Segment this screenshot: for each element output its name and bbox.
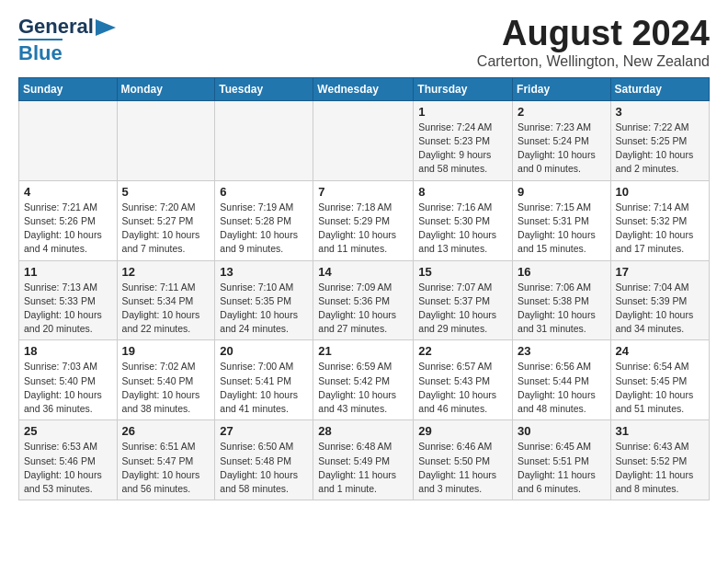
day-info: Sunrise: 7:20 AM Sunset: 5:27 PM Dayligh…: [122, 201, 210, 257]
day-number: 31: [616, 424, 704, 438]
day-info: Sunrise: 6:45 AM Sunset: 5:51 PM Dayligh…: [518, 440, 606, 496]
day-number: 22: [418, 344, 507, 358]
day-number: 1: [418, 105, 507, 119]
page-header: General Blue August 2024 Carterton, Well…: [18, 15, 710, 70]
svg-marker-0: [96, 19, 116, 36]
calendar-week-row: 18Sunrise: 7:03 AM Sunset: 5:40 PM Dayli…: [19, 340, 710, 420]
day-info: Sunrise: 7:18 AM Sunset: 5:29 PM Dayligh…: [318, 201, 408, 257]
calendar-cell: 29Sunrise: 6:46 AM Sunset: 5:50 PM Dayli…: [414, 420, 513, 500]
calendar-cell: [313, 100, 414, 180]
day-number: 9: [518, 185, 606, 199]
calendar-header-tuesday: Tuesday: [215, 77, 313, 100]
day-number: 21: [318, 344, 408, 358]
day-number: 11: [24, 265, 112, 279]
calendar-week-row: 1Sunrise: 7:24 AM Sunset: 5:23 PM Daylig…: [19, 100, 710, 180]
day-info: Sunrise: 7:14 AM Sunset: 5:32 PM Dayligh…: [616, 201, 704, 257]
calendar-cell: 30Sunrise: 6:45 AM Sunset: 5:51 PM Dayli…: [513, 420, 611, 500]
calendar-week-row: 4Sunrise: 7:21 AM Sunset: 5:26 PM Daylig…: [19, 180, 710, 260]
day-info: Sunrise: 6:56 AM Sunset: 5:44 PM Dayligh…: [518, 360, 606, 416]
calendar-cell: 22Sunrise: 6:57 AM Sunset: 5:43 PM Dayli…: [414, 340, 513, 420]
day-info: Sunrise: 7:10 AM Sunset: 5:35 PM Dayligh…: [220, 281, 308, 337]
day-number: 12: [122, 265, 210, 279]
day-info: Sunrise: 7:19 AM Sunset: 5:28 PM Dayligh…: [220, 201, 308, 257]
calendar-cell: 8Sunrise: 7:16 AM Sunset: 5:30 PM Daylig…: [414, 180, 513, 260]
day-info: Sunrise: 7:13 AM Sunset: 5:33 PM Dayligh…: [24, 281, 112, 337]
calendar-cell: 6Sunrise: 7:19 AM Sunset: 5:28 PM Daylig…: [215, 180, 313, 260]
day-number: 18: [24, 344, 112, 358]
calendar-cell: 3Sunrise: 7:22 AM Sunset: 5:25 PM Daylig…: [610, 100, 709, 180]
calendar-header-row: SundayMondayTuesdayWednesdayThursdayFrid…: [19, 77, 710, 100]
page-title: August 2024: [477, 15, 710, 53]
calendar-cell: 9Sunrise: 7:15 AM Sunset: 5:31 PM Daylig…: [513, 180, 611, 260]
day-info: Sunrise: 6:54 AM Sunset: 5:45 PM Dayligh…: [616, 360, 704, 416]
day-number: 10: [616, 185, 704, 199]
day-info: Sunrise: 7:07 AM Sunset: 5:37 PM Dayligh…: [418, 281, 507, 337]
day-info: Sunrise: 7:23 AM Sunset: 5:24 PM Dayligh…: [518, 121, 606, 177]
day-number: 4: [24, 185, 112, 199]
day-number: 26: [122, 424, 210, 438]
calendar-cell: 28Sunrise: 6:48 AM Sunset: 5:49 PM Dayli…: [313, 420, 414, 500]
day-info: Sunrise: 7:00 AM Sunset: 5:41 PM Dayligh…: [220, 360, 308, 416]
page-subtitle: Carterton, Wellington, New Zealand: [477, 53, 710, 70]
day-number: 14: [318, 265, 408, 279]
day-number: 20: [220, 344, 308, 358]
logo-text-general: General: [18, 15, 94, 39]
calendar-cell: 31Sunrise: 6:43 AM Sunset: 5:52 PM Dayli…: [610, 420, 709, 500]
calendar-cell: 19Sunrise: 7:02 AM Sunset: 5:40 PM Dayli…: [117, 340, 215, 420]
title-block: August 2024 Carterton, Wellington, New Z…: [477, 15, 710, 70]
day-info: Sunrise: 7:15 AM Sunset: 5:31 PM Dayligh…: [518, 201, 606, 257]
day-number: 23: [518, 344, 606, 358]
calendar-header-wednesday: Wednesday: [313, 77, 414, 100]
day-number: 5: [122, 185, 210, 199]
day-info: Sunrise: 7:03 AM Sunset: 5:40 PM Dayligh…: [24, 360, 112, 416]
calendar-cell: 20Sunrise: 7:00 AM Sunset: 5:41 PM Dayli…: [215, 340, 313, 420]
calendar-cell: 21Sunrise: 6:59 AM Sunset: 5:42 PM Dayli…: [313, 340, 414, 420]
calendar-cell: 23Sunrise: 6:56 AM Sunset: 5:44 PM Dayli…: [513, 340, 611, 420]
day-info: Sunrise: 7:21 AM Sunset: 5:26 PM Dayligh…: [24, 201, 112, 257]
day-number: 2: [518, 105, 606, 119]
logo: General Blue: [18, 15, 116, 65]
calendar-header-friday: Friday: [513, 77, 611, 100]
calendar-cell: 11Sunrise: 7:13 AM Sunset: 5:33 PM Dayli…: [19, 260, 118, 340]
day-info: Sunrise: 7:09 AM Sunset: 5:36 PM Dayligh…: [318, 281, 408, 337]
logo-arrow-icon: [96, 19, 116, 36]
calendar-cell: 25Sunrise: 6:53 AM Sunset: 5:46 PM Dayli…: [19, 420, 118, 500]
day-number: 29: [418, 424, 507, 438]
day-info: Sunrise: 7:06 AM Sunset: 5:38 PM Dayligh…: [518, 281, 606, 337]
calendar-cell: 5Sunrise: 7:20 AM Sunset: 5:27 PM Daylig…: [117, 180, 215, 260]
calendar-cell: 10Sunrise: 7:14 AM Sunset: 5:32 PM Dayli…: [610, 180, 709, 260]
calendar-week-row: 25Sunrise: 6:53 AM Sunset: 5:46 PM Dayli…: [19, 420, 710, 500]
day-info: Sunrise: 6:53 AM Sunset: 5:46 PM Dayligh…: [24, 440, 112, 496]
day-number: 25: [24, 424, 112, 438]
calendar-cell: [19, 100, 118, 180]
day-number: 3: [616, 105, 704, 119]
day-info: Sunrise: 6:51 AM Sunset: 5:47 PM Dayligh…: [122, 440, 210, 496]
day-info: Sunrise: 6:48 AM Sunset: 5:49 PM Dayligh…: [318, 440, 408, 496]
calendar-body: 1Sunrise: 7:24 AM Sunset: 5:23 PM Daylig…: [19, 100, 710, 500]
day-number: 30: [518, 424, 606, 438]
day-number: 7: [318, 185, 408, 199]
day-number: 6: [220, 185, 308, 199]
day-info: Sunrise: 7:22 AM Sunset: 5:25 PM Dayligh…: [616, 121, 704, 177]
logo-text-blue: Blue: [18, 39, 63, 65]
day-number: 15: [418, 265, 507, 279]
calendar-cell: 26Sunrise: 6:51 AM Sunset: 5:47 PM Dayli…: [117, 420, 215, 500]
calendar-header-thursday: Thursday: [414, 77, 513, 100]
day-info: Sunrise: 6:59 AM Sunset: 5:42 PM Dayligh…: [318, 360, 408, 416]
calendar-header-monday: Monday: [117, 77, 215, 100]
calendar-cell: [215, 100, 313, 180]
day-info: Sunrise: 6:43 AM Sunset: 5:52 PM Dayligh…: [616, 440, 704, 496]
calendar-cell: 2Sunrise: 7:23 AM Sunset: 5:24 PM Daylig…: [513, 100, 611, 180]
calendar-header-sunday: Sunday: [19, 77, 118, 100]
calendar-cell: 24Sunrise: 6:54 AM Sunset: 5:45 PM Dayli…: [610, 340, 709, 420]
calendar-cell: 16Sunrise: 7:06 AM Sunset: 5:38 PM Dayli…: [513, 260, 611, 340]
calendar-cell: 27Sunrise: 6:50 AM Sunset: 5:48 PM Dayli…: [215, 420, 313, 500]
day-number: 16: [518, 265, 606, 279]
calendar-cell: 1Sunrise: 7:24 AM Sunset: 5:23 PM Daylig…: [414, 100, 513, 180]
calendar-table: SundayMondayTuesdayWednesdayThursdayFrid…: [18, 77, 710, 500]
day-info: Sunrise: 6:46 AM Sunset: 5:50 PM Dayligh…: [418, 440, 507, 496]
calendar-cell: 12Sunrise: 7:11 AM Sunset: 5:34 PM Dayli…: [117, 260, 215, 340]
day-info: Sunrise: 7:24 AM Sunset: 5:23 PM Dayligh…: [418, 121, 507, 177]
calendar-cell: 13Sunrise: 7:10 AM Sunset: 5:35 PM Dayli…: [215, 260, 313, 340]
calendar-cell: 15Sunrise: 7:07 AM Sunset: 5:37 PM Dayli…: [414, 260, 513, 340]
